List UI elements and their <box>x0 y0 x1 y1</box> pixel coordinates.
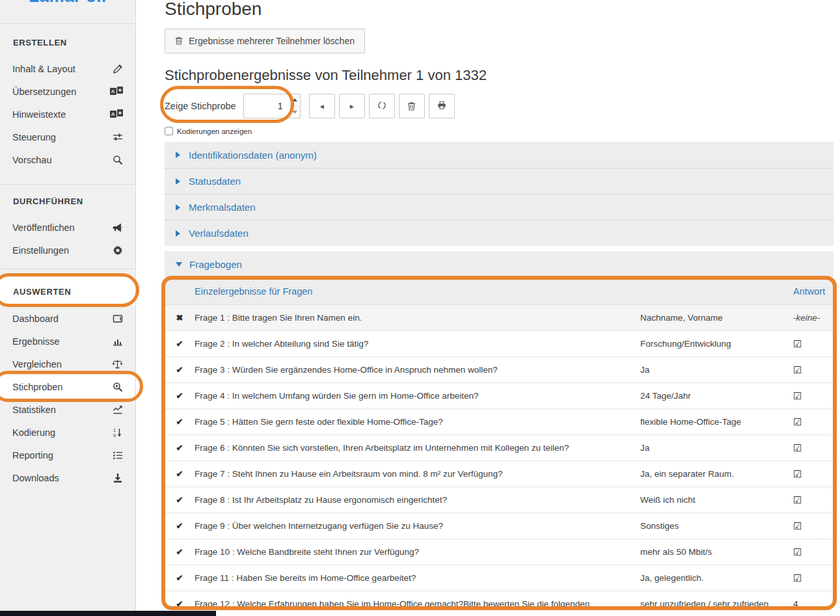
check-icon: ✔ <box>165 443 195 453</box>
section-header-durchfuehren: DURCHFÜHREN <box>0 191 135 211</box>
checked-box-icon: ☑ <box>793 442 833 454</box>
sample-number-input[interactable]: 1 <box>243 94 301 118</box>
answer-option: flexible Home-Office-Tage <box>640 417 793 427</box>
answer-option: Ja, ein separater Raum. <box>640 469 793 479</box>
sample-number-value[interactable]: 1 <box>244 94 290 118</box>
translate-icon: A★ <box>110 86 123 97</box>
question-text: Frage 6 : Könnten Sie sich vorstellen, I… <box>195 443 640 453</box>
sidebar-item-kodierung[interactable]: Kodierung 19 <box>0 421 135 444</box>
sidebar-item-einstellungen[interactable]: Einstellungen <box>0 239 135 261</box>
main-content: Stichproben Ergebnisse mehrerer Teilnehm… <box>137 0 840 616</box>
spinner-up-button[interactable] <box>290 94 300 107</box>
sidebar-item-dashboard[interactable]: Dashboard <box>0 307 135 330</box>
table-row[interactable]: ✔ Frage 5 : Hätten Sie gern feste oder f… <box>165 408 833 435</box>
check-icon: ✔ <box>165 521 195 531</box>
sidebar-item-vergleichen[interactable]: Vergleichen <box>0 353 135 375</box>
sidebar-item-stichproben[interactable]: Stichproben <box>0 375 135 398</box>
chevron-right-icon: ► <box>349 103 355 110</box>
next-sample-button[interactable]: ► <box>339 94 365 118</box>
taskbar-fragment <box>0 611 216 616</box>
answer-option: 24 Tage/Jahr <box>640 391 793 401</box>
app-logo[interactable]: LamaPoll <box>0 0 135 7</box>
checked-box-icon: ☑ <box>793 546 833 558</box>
check-icon: ✔ <box>165 391 195 401</box>
checklist-icon <box>110 449 123 461</box>
sidebar-section-auswerten: AUSWERTEN Dashboard Ergebnisse Vergleich… <box>0 269 135 489</box>
table-row[interactable]: ✔ Frage 4 : In welchem Umfang würden Sie… <box>165 382 833 408</box>
sidebar-section-durchfuehren: DURCHFÜHREN Veröffentlichen Einstellunge… <box>0 184 135 261</box>
refresh-button[interactable] <box>369 94 395 118</box>
table-row[interactable]: ✔ Frage 11 : Haben Sie bereits im Home-O… <box>165 565 833 591</box>
check-icon: ✔ <box>165 495 195 505</box>
table-row[interactable]: ✔ Frage 3 : Würden Sie ergänzendes Home-… <box>165 356 833 382</box>
answer-option: Ja <box>640 443 793 453</box>
table-row[interactable]: ✔ Frage 2 : In welcher Abteilung sind Si… <box>165 330 833 356</box>
table-row[interactable]: ✖ Frage 1 : Bitte tragen Sie Ihren Namen… <box>165 304 833 330</box>
sidebar-item-veroeffentlichen[interactable]: Veröffentlichen <box>0 216 135 239</box>
line-chart-icon <box>110 404 123 415</box>
chevron-right-icon <box>176 152 180 158</box>
sidebar-item-uebersetzungen[interactable]: Übersetzungen A★ <box>0 80 135 103</box>
table-row[interactable]: ✔ Frage 10 : Welche Bandbreite steht Ihn… <box>165 539 833 565</box>
accordion-merkmalsdaten[interactable]: Merkmalsdaten <box>165 194 833 220</box>
previous-sample-button[interactable]: ◄ <box>309 94 335 118</box>
check-icon: ✔ <box>165 599 195 609</box>
question-text: Frage 11 : Haben Sie bereits im Home-Off… <box>195 573 640 583</box>
checked-box-icon: ☑ <box>793 468 833 480</box>
accordion-group: Identifikationsdaten (anonym) Statusdate… <box>165 142 833 246</box>
print-button[interactable] <box>429 94 455 118</box>
scale-icon <box>110 358 123 369</box>
sidebar-item-downloads[interactable]: Downloads <box>0 466 135 489</box>
section-header-erstellen: ERSTELLEN <box>0 33 135 52</box>
question-text: Frage 4 : In welchem Umfang würden Sie g… <box>195 391 640 401</box>
spinner-down-button[interactable] <box>290 107 300 118</box>
chevron-right-icon <box>176 230 180 237</box>
question-text: Frage 8 : Ist Ihr Arbeitsplatz zu Hause … <box>195 495 640 505</box>
sidebar-item-inhalt-layout[interactable]: Inhalt & Layout <box>0 57 135 80</box>
sidebar-item-steuerung[interactable]: Steuerung <box>0 126 135 148</box>
trash-icon <box>407 101 416 112</box>
codings-checkbox[interactable] <box>165 127 173 135</box>
arrow-down-icon <box>292 111 297 114</box>
chevron-right-icon <box>176 178 180 185</box>
page-title: Stichproben <box>165 0 833 20</box>
checked-box-icon: ☑ <box>793 416 833 428</box>
show-sample-label: Zeige Stichprobe <box>165 101 236 111</box>
table-header-answer[interactable]: Antwort <box>793 286 833 297</box>
sidebar-section-erstellen: ERSTELLEN Inhalt & Layout Übersetzungen … <box>0 24 135 171</box>
arrow-up-icon <box>292 98 297 101</box>
results-table: Einzelergebnisse für Fragen Antwort ✖ Fr… <box>165 278 833 616</box>
accordion-verlaufsdaten[interactable]: Verlaufsdaten <box>165 220 833 246</box>
table-row[interactable]: ✔ Frage 12 : Welche Erfahrungen haben Si… <box>165 591 833 616</box>
accordion-identifikationsdaten[interactable]: Identifikationsdaten (anonym) <box>165 142 833 168</box>
accordion-fragebogen-group: Fragebogen <box>165 251 833 277</box>
table-header-row: Einzelergebnisse für Fragen Antwort <box>165 278 833 304</box>
table-row[interactable]: ✔ Frage 8 : Ist Ihr Arbeitsplatz zu Haus… <box>165 487 833 513</box>
sidebar: LamaPoll ERSTELLEN Inhalt & Layout Übers… <box>0 0 136 616</box>
gear-icon <box>110 245 123 256</box>
checked-box-icon: ☑ <box>793 338 833 350</box>
table-row[interactable]: ✔ Frage 9 : Über welchen Internetzugang … <box>165 513 833 539</box>
table-row[interactable]: ✔ Frage 6 : Könnten Sie sich vorstellen,… <box>165 435 833 461</box>
check-icon: ✔ <box>165 547 195 557</box>
delete-sample-button[interactable] <box>399 94 425 118</box>
accordion-fragebogen[interactable]: Fragebogen <box>165 251 833 277</box>
check-icon: ✔ <box>165 469 195 479</box>
check-icon: ✔ <box>165 573 195 583</box>
sliders-icon <box>110 131 123 142</box>
sidebar-item-hinweistexte[interactable]: Hinweistexte A★ <box>0 103 135 126</box>
checked-box-icon: ☑ <box>793 520 833 532</box>
accordion-statusdaten[interactable]: Statusdaten <box>165 168 833 194</box>
number-spinner <box>290 94 300 118</box>
sidebar-item-reporting[interactable]: Reporting <box>0 444 135 466</box>
sidebar-item-statistiken[interactable]: Statistiken <box>0 398 135 421</box>
question-text: Frage 2 : In welcher Abteilung sind Sie … <box>195 339 640 349</box>
codings-checkbox-label: Kodierungen anzeigen <box>177 127 252 135</box>
sidebar-item-ergebnisse[interactable]: Ergebnisse <box>0 330 135 353</box>
sidebar-item-vorschau[interactable]: Vorschau <box>0 148 135 171</box>
delete-multiple-results-button[interactable]: Ergebnisse mehrerer Teilnehmer löschen <box>165 29 365 53</box>
question-text: Frage 7 : Steht Ihnen zu Hause ein Arbei… <box>195 469 640 479</box>
table-row[interactable]: ✔ Frage 7 : Steht Ihnen zu Hause ein Arb… <box>165 461 833 487</box>
checked-box-icon: ☑ <box>793 494 833 506</box>
answer-option: Nachname, Vorname <box>640 313 793 323</box>
